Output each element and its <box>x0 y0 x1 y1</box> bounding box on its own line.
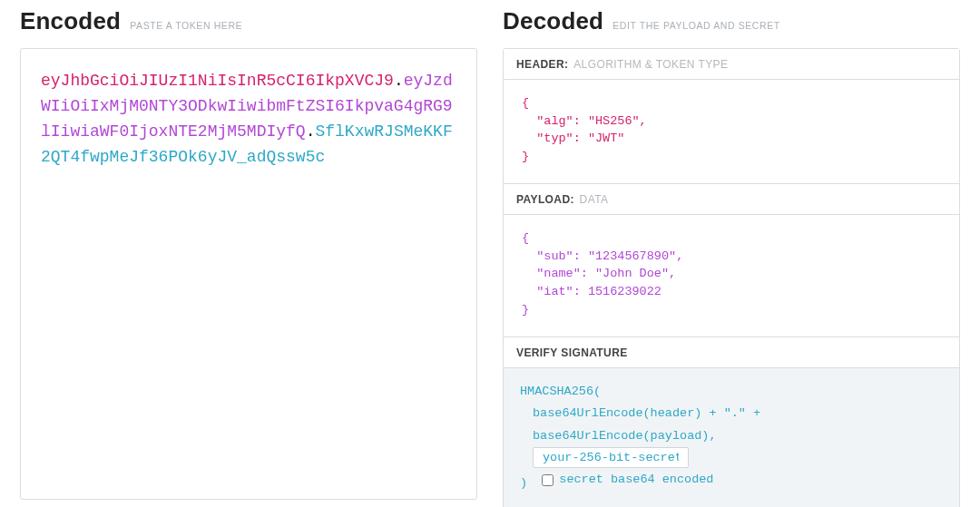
encoded-title: Encoded <box>20 7 121 35</box>
decoded-subtitle: EDIT THE PAYLOAD AND SECRET <box>612 20 780 31</box>
token-dot: . <box>306 122 316 141</box>
header-json-editor[interactable]: { "alg": "HS256", "typ": "JWT" } <box>504 80 959 183</box>
decoded-panel: HEADER: ALGORITHM & TOKEN TYPE { "alg": … <box>503 48 960 507</box>
base64-encoded-label: secret base64 encoded <box>559 469 713 491</box>
token-dot: . <box>394 72 404 90</box>
sig-func-open: HMACSHA256( <box>520 381 943 403</box>
payload-section: PAYLOAD: DATA { "sub": "1234567890", "na… <box>504 184 959 337</box>
payload-json-editor[interactable]: { "sub": "1234567890", "name": "John Doe… <box>504 215 959 336</box>
encoded-token-input[interactable]: eyJhbGciOiJIUzI1NiIsInR5cCI6IkpXVCJ9.eyJ… <box>20 48 477 500</box>
header-section: HEADER: ALGORITHM & TOKEN TYPE { "alg": … <box>504 49 959 184</box>
payload-section-title: PAYLOAD: DATA <box>504 184 959 215</box>
sig-line-header: base64UrlEncode(header) + "." + <box>520 403 943 424</box>
signature-section: VERIFY SIGNATURE HMACSHA256( base64UrlEn… <box>504 337 959 507</box>
base64-encoded-toggle[interactable]: secret base64 encoded <box>542 469 713 491</box>
decoded-column: Decoded EDIT THE PAYLOAD AND SECRET HEAD… <box>503 7 960 507</box>
signature-section-title: VERIFY SIGNATURE <box>504 337 959 368</box>
decoded-title: Decoded <box>503 7 603 35</box>
sig-line-payload: base64UrlEncode(payload), <box>520 425 943 447</box>
base64-encoded-checkbox[interactable] <box>542 474 554 486</box>
jwt-token-display[interactable]: eyJhbGciOiJIUzI1NiIsInR5cCI6IkpXVCJ9.eyJ… <box>41 69 456 171</box>
header-section-title: HEADER: ALGORITHM & TOKEN TYPE <box>504 49 959 80</box>
token-header-segment: eyJhbGciOiJIUzI1NiIsInR5cCI6IkpXVCJ9 <box>41 72 394 90</box>
encoded-column: Encoded PASTE A TOKEN HERE eyJhbGciOiJIU… <box>20 7 477 507</box>
encoded-subtitle: PASTE A TOKEN HERE <box>130 20 242 31</box>
sig-close-paren: ) <box>520 476 527 490</box>
secret-input[interactable] <box>533 447 689 468</box>
signature-formula: HMACSHA256( base64UrlEncode(header) + ".… <box>504 368 959 507</box>
